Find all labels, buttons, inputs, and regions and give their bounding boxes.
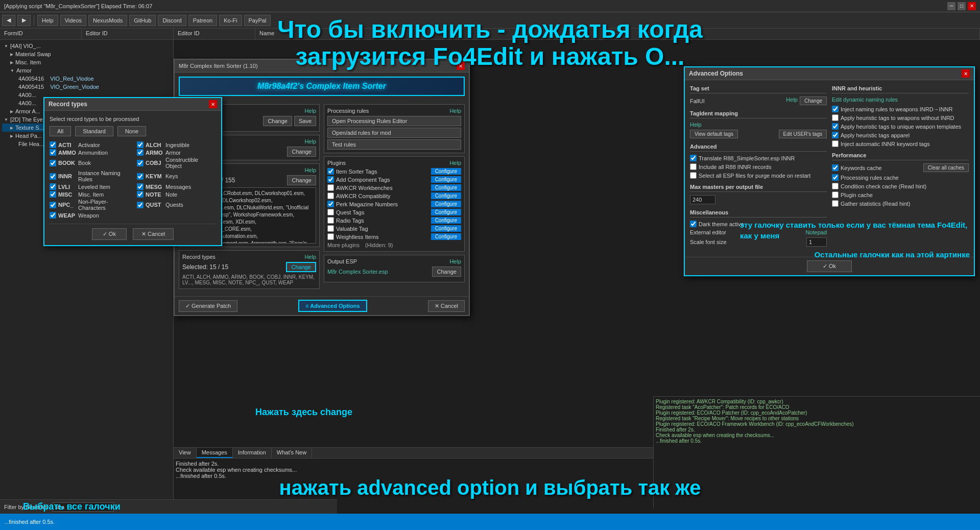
sorter-close-button[interactable]: ✕: [457, 62, 465, 70]
open-editor-button[interactable]: Open Processing Rules Editor: [327, 116, 461, 126]
adv-tag-set-change[interactable]: Change: [800, 97, 827, 105]
output-esp-help[interactable]: Help: [449, 258, 461, 264]
tree-item-4a005415[interactable]: 4A005415 VIO_Green_Viodoe: [2, 83, 171, 91]
plugin-perk-magazine-configure[interactable]: Configure: [431, 201, 461, 207]
adv-inject-innr-check[interactable]: [832, 140, 839, 147]
rt-check-npc[interactable]: [50, 202, 56, 208]
adv-apply-heuristic-weapons-check[interactable]: [832, 114, 839, 121]
test-rules-button[interactable]: Test rules: [327, 139, 461, 150]
tree-item-4a005416[interactable]: 4A005416 VIO_Red_Viodoe: [2, 75, 171, 83]
rt-check-acti[interactable]: [50, 141, 56, 148]
rt-check-armo[interactable]: [137, 149, 144, 156]
rt-check-keym[interactable]: [137, 173, 144, 180]
plugin-item-sorter-tags-check[interactable]: [327, 168, 334, 175]
rt-check-alch[interactable]: [137, 141, 144, 148]
adv-edit-naming-rules[interactable]: Edit dynamic naming rules: [832, 97, 969, 103]
plugin-awkcr-compat-check[interactable]: [327, 192, 334, 199]
github-button[interactable]: GitHub: [129, 15, 156, 26]
adv-apply-heuristic-apparel-check[interactable]: [832, 132, 839, 138]
nav-back-button[interactable]: ◀: [2, 15, 15, 26]
tree-item-4ai[interactable]: ▼ [4AI] VIO_...: [2, 42, 171, 50]
input-esps-change-button[interactable]: Change: [287, 175, 316, 185]
rt-check-weap[interactable]: [50, 212, 56, 219]
adv-scale-font-input[interactable]: [806, 237, 827, 247]
messages-tab[interactable]: Messages: [197, 448, 233, 458]
generate-patch-button[interactable]: ✓ Generate Patch: [179, 300, 237, 312]
plugin-quest-tags-configure[interactable]: Configure: [431, 209, 461, 215]
settings-change-button[interactable]: Change: [263, 116, 292, 126]
settings-save-button[interactable]: Save: [294, 116, 316, 126]
plugin-awkcr-compat-configure[interactable]: Configure: [431, 192, 461, 199]
adv-condition-cache-check[interactable]: [832, 183, 839, 189]
plugin-weightless-items-configure[interactable]: Configure: [431, 233, 461, 240]
help-button[interactable]: Help: [37, 15, 58, 26]
adv-plugin-cache-check[interactable]: [832, 191, 839, 198]
minimize-button[interactable]: ─: [947, 2, 955, 10]
input-esps-help[interactable]: Help: [304, 167, 316, 173]
plugin-perk-magazine-check[interactable]: [327, 201, 334, 207]
rt-check-book[interactable]: [50, 160, 56, 166]
plugins-help[interactable]: Help: [449, 160, 461, 166]
rt-standard-button[interactable]: Standard: [75, 126, 113, 136]
advanced-options-button[interactable]: ≡ Advanced Options: [298, 300, 367, 312]
adv-close-button[interactable]: ✕: [962, 69, 970, 78]
patreon-button[interactable]: Patreon: [188, 15, 218, 26]
plugin-valuable-tag-check[interactable]: [327, 225, 334, 232]
adv-max-masters-input[interactable]: [690, 195, 715, 204]
plugin-awkcr-workbenches-check[interactable]: [327, 184, 334, 191]
plugin-item-sorter-tags-configure[interactable]: Configure: [431, 168, 461, 175]
discord-button[interactable]: Discord: [158, 15, 186, 26]
rt-ok-button[interactable]: ✓ Ok: [92, 228, 127, 240]
settings-profile-help[interactable]: Help: [304, 108, 316, 114]
rt-none-button[interactable]: None: [117, 126, 146, 136]
plugin-weightless-items-check[interactable]: [327, 233, 334, 240]
record-types-change-button[interactable]: Change: [286, 262, 316, 272]
edit-users-tags-button[interactable]: Edit USER's tags: [779, 130, 827, 138]
view-default-tags-button[interactable]: View default tags: [690, 130, 738, 138]
adv-select-esp-check[interactable]: [690, 172, 697, 179]
plugin-awkcr-workbenches-configure[interactable]: Configure: [431, 184, 461, 191]
adv-clear-caches-button[interactable]: Clear all caches: [923, 163, 969, 172]
adv-tagident-help[interactable]: Help: [690, 122, 702, 128]
nexusmods-button[interactable]: NexusMods: [88, 15, 127, 26]
adv-gather-stats-check[interactable]: [832, 200, 839, 207]
plugin-add-component-tags-check[interactable]: [327, 176, 334, 183]
videos-button[interactable]: Videos: [60, 15, 86, 26]
rt-check-note[interactable]: [137, 191, 144, 198]
plugin-radio-tags-check[interactable]: [327, 217, 334, 224]
mode-help[interactable]: Help: [304, 138, 316, 144]
rt-check-cobj[interactable]: [137, 160, 144, 166]
mode-change-button[interactable]: Change: [287, 147, 316, 157]
tree-item-armor[interactable]: ▼ Armor: [2, 66, 171, 75]
kofi-button[interactable]: Ko-Fi: [219, 15, 242, 26]
rt-check-misc[interactable]: [50, 191, 56, 198]
rt-close-button[interactable]: ✕: [209, 100, 217, 108]
rt-all-button[interactable]: All: [50, 126, 71, 136]
adv-ok-button[interactable]: ✓ Ok: [807, 260, 852, 272]
tree-item-misc-item[interactable]: ▶ Misc. Item: [2, 58, 171, 66]
rt-check-innr[interactable]: [50, 173, 56, 180]
rt-check-qust[interactable]: [137, 202, 144, 208]
adv-include-r88-check[interactable]: [690, 163, 697, 170]
adv-dark-theme-check[interactable]: [690, 221, 697, 227]
cancel-sorter-button[interactable]: ✕ Cancel: [428, 300, 465, 312]
rt-cancel-button[interactable]: ✕ Cancel: [133, 228, 174, 240]
tree-item-material-swap[interactable]: ▶ Material Swap: [2, 50, 171, 58]
whats-new-tab[interactable]: What's New: [272, 448, 312, 458]
output-esp-change-button[interactable]: Change: [432, 267, 461, 277]
rt-check-ammo[interactable]: [50, 149, 56, 156]
adv-inject-naming-check[interactable]: [832, 106, 839, 112]
adv-tag-set-help[interactable]: Help: [786, 97, 798, 105]
plugin-valuable-tag-configure[interactable]: Configure: [431, 225, 461, 232]
plugin-add-component-tags-configure[interactable]: Configure: [431, 176, 461, 183]
adv-keywords-cache-check[interactable]: [832, 164, 839, 171]
view-tab[interactable]: View: [174, 448, 197, 458]
close-button[interactable]: ✕: [968, 2, 976, 10]
paypal-button[interactable]: PayPal: [244, 15, 271, 26]
maximize-button[interactable]: □: [958, 2, 966, 10]
rt-check-lvli[interactable]: [50, 183, 56, 190]
adv-translate-check[interactable]: [690, 155, 697, 161]
rt-check-mesg[interactable]: [137, 183, 144, 190]
processing-rules-help[interactable]: Help: [449, 108, 461, 114]
nav-forward-button[interactable]: ▶: [17, 15, 31, 26]
